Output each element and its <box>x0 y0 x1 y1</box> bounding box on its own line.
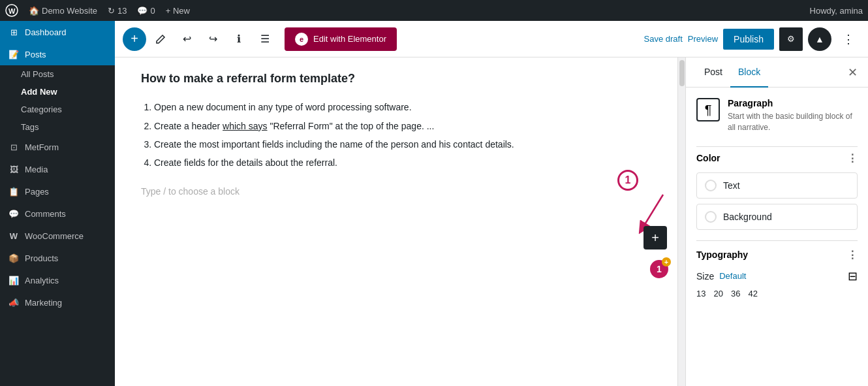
typography-section: Typography ⋮ Size Default ⊟ 13 20 36 <box>696 240 858 298</box>
editor-content[interactable]: How to make a referral form template? Op… <box>115 57 677 386</box>
comments-count[interactable]: 💬 0 <box>137 6 155 16</box>
color-option-background[interactable]: Background <box>696 204 858 230</box>
products-icon: 📦 <box>8 252 20 264</box>
redo-button[interactable]: ↪ <box>201 27 225 51</box>
size-adjust-icon[interactable]: ⊟ <box>848 269 858 283</box>
size-label: Size <box>696 271 714 281</box>
woocommerce-icon: W <box>8 230 20 242</box>
list-item: Open a new document in any type of word … <box>154 100 651 114</box>
sidebar-item-products[interactable]: 📦 Products <box>0 247 115 269</box>
sidebar-subitem-tags[interactable]: Tags <box>0 118 115 136</box>
background-color-dot <box>705 211 717 223</box>
sidebar-item-label: Pages <box>25 187 49 197</box>
sidebar-item-label: MetForm <box>25 142 59 152</box>
list-item: Create the most important fields includi… <box>154 137 651 152</box>
sidebar-item-label: Dashboard <box>25 27 67 37</box>
publish-button[interactable]: Publish <box>723 29 774 50</box>
block-title: Paragraph <box>728 98 858 108</box>
settings-gear-button[interactable]: ⚙ <box>779 27 803 51</box>
editor-toolbar: + ↩ ↪ ℹ ☰ e Edit with Elementor Save dra… <box>115 21 868 57</box>
updates-count[interactable]: ↻ 13 <box>108 6 127 16</box>
add-block-toolbar-button[interactable]: + <box>123 27 146 51</box>
pages-icon: 📋 <box>8 185 20 197</box>
post-body: Open a new document in any type of word … <box>141 100 651 170</box>
media-icon: 🖼 <box>8 163 20 175</box>
info-button[interactable]: ℹ <box>227 27 251 51</box>
sidebar-item-dashboard[interactable]: ⊞ Dashboard <box>0 21 115 43</box>
annotation-circle-1: 1 <box>617 170 638 191</box>
list-view-button[interactable]: ☰ <box>253 27 277 51</box>
add-block-floating-button[interactable]: + <box>643 226 667 249</box>
sidebar-subitem-all-posts[interactable]: All Posts <box>0 65 115 83</box>
sidebar-item-metform[interactable]: ⊡ MetForm <box>0 136 115 158</box>
wp-logo[interactable]: W <box>5 4 18 17</box>
sidebar-item-media[interactable]: 🖼 Media <box>0 158 115 180</box>
sidebar-subitem-categories[interactable]: Categories <box>0 101 115 118</box>
sidebar-item-label: Comments <box>25 209 66 219</box>
background-color-label: Background <box>723 212 772 222</box>
color-section: Color ⋮ Text Background <box>696 152 858 230</box>
edit-elementor-button[interactable]: e Edit with Elementor <box>285 27 397 51</box>
sidebar-item-marketing[interactable]: 📣 Marketing <box>0 291 115 314</box>
divider <box>696 146 858 147</box>
dashboard-icon: ⊞ <box>8 26 20 38</box>
text-color-dot <box>705 180 717 191</box>
more-options-button[interactable]: ⋮ <box>837 27 860 51</box>
typography-title: Typography <box>696 249 748 260</box>
panel-tabs: Post Block ✕ <box>686 57 868 88</box>
sidebar-item-label: WooCommerce <box>25 231 84 241</box>
annotation-badge-plus: + <box>662 257 671 266</box>
sidebar: ⊞ Dashboard 📝 Posts All Posts Add New Ca… <box>0 21 115 386</box>
sidebar-item-woocommerce[interactable]: W WooCommerce <box>0 225 115 247</box>
sidebar-item-pages[interactable]: 📋 Pages <box>0 180 115 202</box>
site-name[interactable]: 🏠 Demo Website <box>29 6 97 16</box>
color-more-button[interactable]: ⋮ <box>847 152 858 165</box>
list-item: Create fields for the details about the … <box>154 155 651 170</box>
analytics-icon: 📊 <box>8 274 20 286</box>
typography-header: Typography ⋮ <box>696 240 858 269</box>
sidebar-item-label: Products <box>25 253 58 263</box>
elementor-a-button[interactable]: ▲ <box>808 27 831 51</box>
tab-block[interactable]: Block <box>730 57 768 88</box>
comments-icon: 💬 <box>8 208 20 219</box>
color-section-header: Color ⋮ <box>696 152 858 165</box>
metform-icon: ⊡ <box>8 141 20 153</box>
size-value-20[interactable]: 20 <box>713 289 722 298</box>
howdy-text: Howdy, amina <box>810 6 863 16</box>
size-row: Size Default ⊟ <box>696 269 858 283</box>
new-post[interactable]: + New <box>166 6 190 16</box>
editor-scrollbar[interactable] <box>677 57 685 386</box>
marketing-icon: 📣 <box>8 297 20 308</box>
color-option-text[interactable]: Text <box>696 172 858 199</box>
sidebar-item-analytics[interactable]: 📊 Analytics <box>0 269 115 291</box>
save-draft-button[interactable]: Save draft <box>644 34 683 44</box>
undo-button[interactable]: ↩ <box>175 27 198 51</box>
size-value-42[interactable]: 42 <box>748 289 757 298</box>
preview-button[interactable]: Preview <box>688 34 718 44</box>
edit-pencil-button[interactable] <box>149 27 172 51</box>
block-placeholder[interactable]: Type / to choose a block <box>141 181 651 202</box>
list-item: Create a header which says "Referral For… <box>154 119 651 133</box>
sidebar-subitem-add-new[interactable]: Add New <box>0 83 115 101</box>
sidebar-item-label: Analytics <box>25 276 59 285</box>
sidebar-item-comments[interactable]: 💬 Comments <box>0 202 115 225</box>
sidebar-item-label: Posts <box>25 50 46 59</box>
sidebar-item-posts[interactable]: 📝 Posts <box>0 43 115 65</box>
size-default: Default <box>719 271 746 281</box>
scroll-thumb[interactable] <box>679 60 685 86</box>
block-info: ¶ Paragraph Start with the basic buildin… <box>696 98 858 133</box>
typography-more-button[interactable]: ⋮ <box>847 249 858 261</box>
svg-text:W: W <box>8 7 16 15</box>
panel-close-button[interactable]: ✕ <box>848 65 858 80</box>
tab-post[interactable]: Post <box>696 57 730 88</box>
link[interactable]: which says <box>223 121 267 131</box>
size-value-13[interactable]: 13 <box>696 289 705 298</box>
sidebar-item-label: Marketing <box>25 298 62 308</box>
admin-bar: W 🏠 Demo Website ↻ 13 💬 0 + New Howdy, a… <box>0 0 868 21</box>
posts-icon: 📝 <box>8 48 20 60</box>
sidebar-item-label: Media <box>25 165 48 174</box>
panel-content: ¶ Paragraph Start with the basic buildin… <box>686 88 868 386</box>
text-color-label: Text <box>723 180 740 191</box>
size-value-36[interactable]: 36 <box>731 289 740 298</box>
block-description: Start with the basic building block of a… <box>728 111 858 133</box>
